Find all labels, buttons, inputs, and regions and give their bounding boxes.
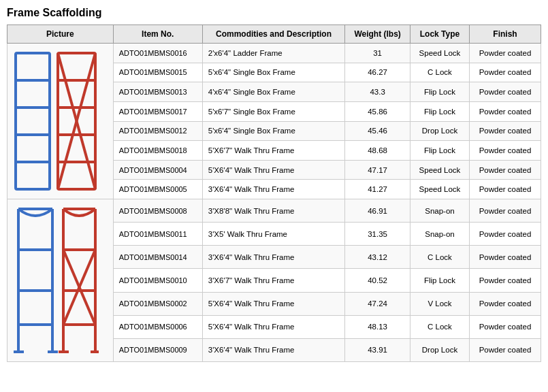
col-header-description: Commodities and Description: [202, 25, 344, 44]
weight-cell: 43.91: [345, 338, 410, 361]
product-table: Picture Item No. Commodities and Descrip…: [7, 24, 541, 362]
picture-cell: [7, 44, 114, 199]
item-no-cell: ADTO01MBMS0015: [113, 63, 202, 82]
finish-cell: Powder coated: [470, 44, 541, 63]
description-cell: 5'X6'7" Walk Thru Frame: [202, 141, 344, 161]
table-header-row: Picture Item No. Commodities and Descrip…: [7, 25, 541, 44]
finish-cell: Powder coated: [470, 121, 541, 141]
col-header-lock-type: Lock Type: [410, 25, 469, 44]
description-cell: 3'X5' Walk Thru Frame: [202, 223, 344, 246]
description-cell: 4'x6'4" Single Box Frame: [202, 82, 344, 102]
col-header-item-no: Item No.: [113, 25, 202, 44]
finish-cell: Powder coated: [470, 180, 541, 199]
lock-type-cell: Drop Lock: [410, 121, 469, 141]
finish-cell: Powder coated: [470, 63, 541, 82]
weight-cell: 47.17: [345, 160, 410, 180]
description-cell: 5'X6'4" Walk Thru Frame: [202, 292, 344, 315]
weight-cell: 48.68: [345, 141, 410, 161]
item-no-cell: ADTO01MBMS0011: [113, 223, 202, 246]
weight-cell: 31: [345, 44, 410, 63]
col-header-weight: Weight (lbs): [345, 25, 410, 44]
weight-cell: 43.12: [345, 246, 410, 269]
weight-cell: 43.3: [345, 82, 410, 102]
description-cell: 5'x6'4" Single Box Frame: [202, 63, 344, 82]
finish-cell: Powder coated: [470, 338, 541, 361]
lock-type-cell: Speed Lock: [410, 160, 469, 180]
finish-cell: Powder coated: [470, 292, 541, 315]
item-no-cell: ADTO01MBMS0012: [113, 121, 202, 141]
finish-cell: Powder coated: [470, 160, 541, 180]
description-cell: 5'x6'7" Single Box Frame: [202, 101, 344, 121]
description-cell: 2'x6'4" Ladder Frame: [202, 44, 344, 63]
weight-cell: 40.52: [345, 269, 410, 292]
description-cell: 3'X6'4" Walk Thru Frame: [202, 180, 344, 199]
item-no-cell: ADTO01MBMS0008: [113, 199, 202, 223]
table-row: ADTO01MBMS00162'x6'4" Ladder Frame31Spee…: [7, 44, 541, 63]
lock-type-cell: Speed Lock: [410, 44, 469, 63]
lock-type-cell: Flip Lock: [410, 101, 469, 121]
picture-cell: [7, 199, 114, 362]
item-no-cell: ADTO01MBMS0010: [113, 269, 202, 292]
finish-cell: Powder coated: [470, 199, 541, 223]
item-no-cell: ADTO01MBMS0016: [113, 44, 202, 63]
weight-cell: 46.27: [345, 63, 410, 82]
item-no-cell: ADTO01MBMS0005: [113, 180, 202, 199]
description-cell: 5'x6'4" Single Box Frame: [202, 121, 344, 141]
finish-cell: Powder coated: [470, 101, 541, 121]
lock-type-cell: Speed Lock: [410, 180, 469, 199]
weight-cell: 47.24: [345, 292, 410, 315]
weight-cell: 41.27: [345, 180, 410, 199]
page-title: Frame Scaffolding: [7, 7, 541, 19]
description-cell: 5'X6'4" Walk Thru Frame: [202, 315, 344, 338]
finish-cell: Powder coated: [470, 141, 541, 161]
lock-type-cell: Flip Lock: [410, 141, 469, 161]
weight-cell: 48.13: [345, 315, 410, 338]
item-no-cell: ADTO01MBMS0017: [113, 101, 202, 121]
item-no-cell: ADTO01MBMS0004: [113, 160, 202, 180]
description-cell: 3'X6'4" Walk Thru Frame: [202, 246, 344, 269]
description-cell: 5'X6'4" Walk Thru Frame: [202, 160, 344, 180]
lock-type-cell: Snap-on: [410, 223, 469, 246]
finish-cell: Powder coated: [470, 82, 541, 102]
item-no-cell: ADTO01MBMS0006: [113, 315, 202, 338]
item-no-cell: ADTO01MBMS0018: [113, 141, 202, 161]
weight-cell: 31.35: [345, 223, 410, 246]
lock-type-cell: Drop Lock: [410, 338, 469, 361]
col-header-finish: Finish: [470, 25, 541, 44]
lock-type-cell: Flip Lock: [410, 269, 469, 292]
finish-cell: Powder coated: [470, 223, 541, 246]
table-row: ADTO01MBMS00083'X8'8" Walk Thru Frame46.…: [7, 199, 541, 223]
lock-type-cell: V Lock: [410, 292, 469, 315]
item-no-cell: ADTO01MBMS0013: [113, 82, 202, 102]
description-cell: 3'X6'4" Walk Thru Frame: [202, 338, 344, 361]
description-cell: 3'X6'7" Walk Thru Frame: [202, 269, 344, 292]
item-no-cell: ADTO01MBMS0009: [113, 338, 202, 361]
lock-type-cell: C Lock: [410, 246, 469, 269]
lock-type-cell: Flip Lock: [410, 82, 469, 102]
finish-cell: Powder coated: [470, 315, 541, 338]
finish-cell: Powder coated: [470, 269, 541, 292]
description-cell: 3'X8'8" Walk Thru Frame: [202, 199, 344, 223]
item-no-cell: ADTO01MBMS0014: [113, 246, 202, 269]
item-no-cell: ADTO01MBMS0002: [113, 292, 202, 315]
weight-cell: 45.86: [345, 101, 410, 121]
lock-type-cell: Snap-on: [410, 199, 469, 223]
weight-cell: 45.46: [345, 121, 410, 141]
lock-type-cell: C Lock: [410, 63, 469, 82]
finish-cell: Powder coated: [470, 246, 541, 269]
weight-cell: 46.91: [345, 199, 410, 223]
lock-type-cell: C Lock: [410, 315, 469, 338]
col-header-picture: Picture: [7, 25, 114, 44]
svg-rect-0: [16, 53, 50, 189]
